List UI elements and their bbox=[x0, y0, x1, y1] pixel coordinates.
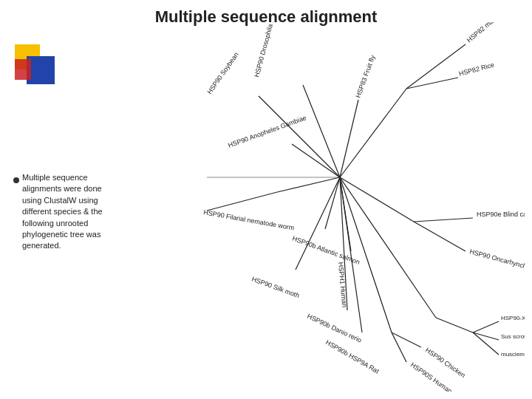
svg-text:HSP90 Drosophila melanogaster: HSP90 Drosophila melanogaster bbox=[253, 22, 285, 78]
svg-line-38 bbox=[436, 318, 473, 332]
svg-line-10 bbox=[259, 96, 340, 177]
svg-text:HSP90b HSP9A Rat: HSP90b HSP9A Rat bbox=[324, 338, 381, 375]
svg-text:musclema...: musclema... bbox=[501, 351, 525, 358]
svg-line-1 bbox=[340, 89, 406, 177]
svg-text:HSP90 Filarial nematode worm: HSP90 Filarial nematode worm bbox=[203, 208, 295, 231]
svg-text:HSP90 Silk moth: HSP90 Silk moth bbox=[250, 275, 300, 299]
svg-line-37 bbox=[340, 177, 436, 318]
svg-text:HSP82 maize: HSP82 maize bbox=[466, 22, 502, 44]
svg-line-12 bbox=[292, 144, 340, 177]
svg-text:HSP90 Soybean: HSP90 Soybean bbox=[205, 51, 239, 95]
svg-text:HSP90-X100: HSP90-X100 bbox=[501, 315, 525, 321]
logo bbox=[15, 44, 59, 89]
svg-line-34 bbox=[392, 332, 421, 347]
svg-line-33 bbox=[392, 332, 406, 362]
svg-text:HSP83 Fruit fly: HSP83 Fruit fly bbox=[354, 54, 376, 99]
svg-text:HSP90e Blind cave fish: HSP90e Blind cave fish bbox=[477, 211, 525, 218]
svg-line-8 bbox=[303, 85, 340, 177]
phylogenetic-tree: HSP82 maize HSP82 Rice HSP83 Fruit fly H… bbox=[96, 22, 525, 392]
svg-text:HSP90 Anopheles Gambiae: HSP90 Anopheles Gambiae bbox=[227, 114, 307, 149]
svg-text:HSP90 Oncarhynchus tshawyts: HSP90 Oncarhynchus tshawyts bbox=[468, 248, 525, 279]
svg-line-20 bbox=[414, 218, 473, 222]
logo-red bbox=[15, 59, 31, 80]
bullet-point bbox=[13, 177, 19, 183]
svg-line-22 bbox=[414, 222, 466, 251]
svg-text:HSP90b Danio rerio: HSP90b Danio rerio bbox=[306, 313, 363, 344]
svg-line-15 bbox=[207, 192, 277, 211]
svg-text:Sus scrofa: Sus scrofa bbox=[501, 333, 525, 340]
tree-container: HSP82 maize HSP82 Rice HSP83 Fruit fly H… bbox=[96, 22, 525, 392]
svg-line-19 bbox=[340, 177, 414, 222]
svg-line-14 bbox=[277, 177, 340, 192]
svg-text:HSP82 Rice: HSP82 Rice bbox=[458, 61, 495, 78]
svg-line-39 bbox=[473, 321, 499, 332]
